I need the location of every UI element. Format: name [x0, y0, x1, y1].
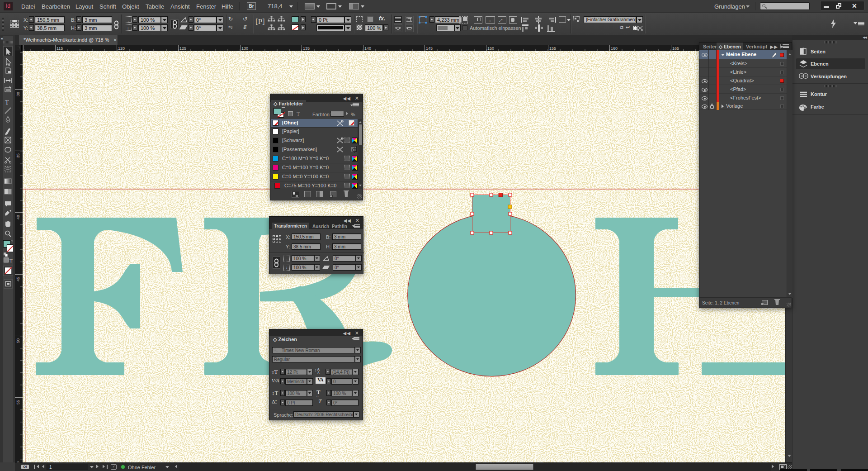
- svg-text:T: T: [9, 258, 13, 263]
- svg-text:T: T: [5, 99, 9, 106]
